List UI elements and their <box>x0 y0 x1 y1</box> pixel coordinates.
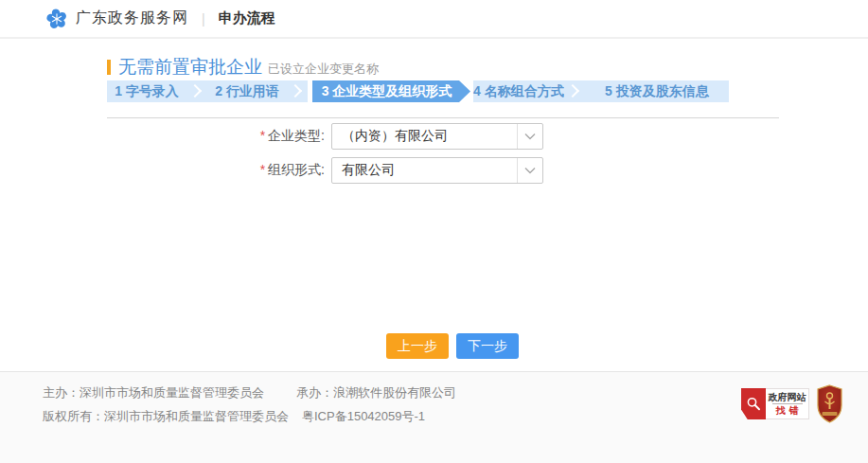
magnifier-icon <box>745 396 762 413</box>
header-separator: | <box>202 11 205 27</box>
enterprise-type-select[interactable]: （内资）有限公司 <box>331 123 543 150</box>
required-marker: * <box>260 162 265 177</box>
step-tab-2[interactable]: 2 行业用语 <box>207 80 287 102</box>
error-badge-line1: 政府网站 <box>769 392 806 403</box>
footer-line-1: 主办：深圳市市场和质量监督管理委员会承办：浪潮软件股份有限公司 <box>43 384 456 401</box>
footer-host: 主办：深圳市市场和质量监督管理委员会 <box>43 385 264 400</box>
enterprise-type-label: *企业类型: <box>107 128 331 145</box>
next-step-button[interactable]: 下一步 <box>456 333 519 359</box>
brand-logo-icon[interactable] <box>45 8 68 30</box>
step-tab-5-label: 5 投资及股东信息 <box>605 83 709 100</box>
brand-name[interactable]: 广东政务服务网 <box>76 9 188 28</box>
title-accent-bar <box>107 60 111 75</box>
step-tab-3-label: 3 企业类型及组织形式 <box>322 83 452 100</box>
page-title-row: 无需前置审批企业 已设立企业变更名称 <box>107 55 379 80</box>
footer-operator: 承办：浪潮软件股份有限公司 <box>296 385 456 400</box>
error-badge-flag <box>741 388 766 419</box>
required-marker: * <box>260 128 265 143</box>
step-tab-3-active[interactable]: 3 企业类型及组织形式 <box>312 80 470 102</box>
org-form-row: *组织形式: 有限公司 <box>107 157 675 184</box>
step-tab-4[interactable]: 4 名称组合方式 <box>473 80 564 102</box>
government-agency-badge-icon[interactable] <box>816 384 843 423</box>
org-form-select[interactable]: 有限公司 <box>331 157 543 184</box>
action-buttons: 上一步 下一步 <box>386 333 519 359</box>
org-form-label: *组织形式: <box>107 162 331 179</box>
footer-icp: 粤ICP备15042059号-1 <box>302 409 425 423</box>
org-form-label-text: 组织形式: <box>268 162 325 177</box>
enterprise-type-value: （内资）有限公司 <box>332 128 517 145</box>
step-tab-5[interactable]: 5 投资及股东信息 <box>585 80 729 102</box>
page-title: 无需前置审批企业 <box>118 55 262 80</box>
chevron-down-icon[interactable] <box>517 124 542 149</box>
section-title: 申办流程 <box>219 9 275 27</box>
website-error-report-badge[interactable]: 政府网站 找错 <box>741 388 809 419</box>
page-subtitle: 已设立企业变更名称 <box>268 61 379 78</box>
step-tab-1[interactable]: 1 字号录入 <box>107 80 186 102</box>
content-divider <box>107 117 779 118</box>
enterprise-type-label-text: 企业类型: <box>268 128 325 143</box>
step-tab-2-label: 2 行业用语 <box>215 83 279 100</box>
step-chevron-separator-icon <box>287 80 308 102</box>
step-bar: 1 字号录入 2 行业用语 3 企业类型及组织形式 4 名称组合方式 5 投资及… <box>107 80 729 102</box>
step-tab-1-label: 1 字号录入 <box>115 83 179 100</box>
enterprise-type-row: *企业类型: （内资）有限公司 <box>107 123 675 150</box>
prev-step-button[interactable]: 上一步 <box>386 333 449 359</box>
step-chevron-separator-icon <box>564 80 585 102</box>
step-chevron-separator-icon <box>186 80 207 102</box>
error-badge-line2: 找错 <box>772 403 803 417</box>
step-tab-4-label: 4 名称组合方式 <box>473 83 564 100</box>
page-footer: 主办：深圳市市场和质量监督管理委员会承办：浪潮软件股份有限公司 版权所有：深圳市… <box>0 371 868 463</box>
chevron-down-icon[interactable] <box>517 158 542 183</box>
footer-line-2: 版权所有：深圳市市场和质量监督管理委员会粤ICP备15042059号-1 <box>43 408 425 425</box>
footer-copyright: 版权所有：深圳市市场和质量监督管理委员会 <box>43 409 289 423</box>
error-badge-text: 政府网站 找错 <box>766 388 809 419</box>
app-header: 广东政务服务网 | 申办流程 <box>0 0 868 39</box>
org-form-value: 有限公司 <box>332 162 517 179</box>
